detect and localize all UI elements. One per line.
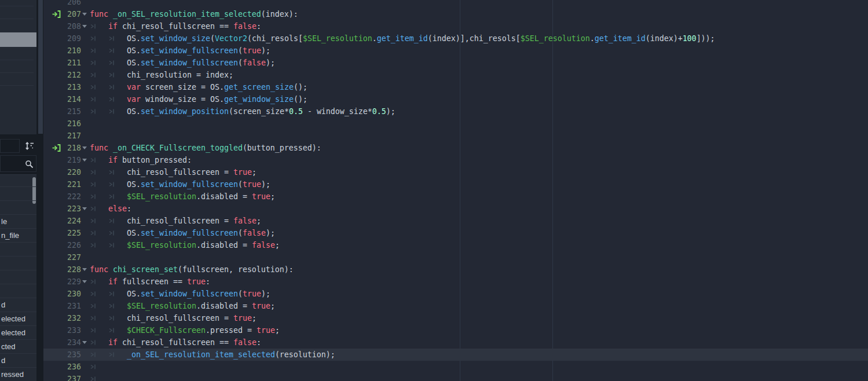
code-line-211[interactable]: 211OS.set_window_fullscreen(false); <box>43 57 868 69</box>
fold-arrow-icon[interactable] <box>82 146 87 149</box>
code-line-233[interactable]: 233$CHECK_Fullscreen.pressed = true; <box>43 324 868 336</box>
function-list-item[interactable]: d <box>0 353 36 367</box>
code-line-226[interactable]: 226$SEL_resolution.disabled = false; <box>43 239 868 251</box>
line-number[interactable]: 228 <box>58 263 81 276</box>
function-list-item[interactable]: le <box>0 214 36 228</box>
line-number[interactable]: 229 <box>58 276 81 288</box>
code-line-223[interactable]: 223else: <box>43 203 868 215</box>
line-number[interactable]: 227 <box>58 251 81 263</box>
code-line-221[interactable]: 221OS.set_window_fullscreen(true); <box>43 178 868 190</box>
line-number[interactable]: 237 <box>58 373 81 381</box>
function-list-item[interactable] <box>0 270 36 284</box>
line-number[interactable]: 219 <box>58 154 81 166</box>
code-line-219[interactable]: 219if button_pressed: <box>43 154 868 166</box>
code-line-224[interactable]: 224chi_resol_fullscreen = false; <box>43 215 868 227</box>
code-text: OS.set_window_fullscreen(true); <box>127 178 270 190</box>
code-line-207[interactable]: 207func _on_SEL_resolution_item_selected… <box>43 8 868 20</box>
line-number[interactable]: 235 <box>58 349 81 361</box>
line-number[interactable]: 213 <box>58 81 81 93</box>
fold-arrow-icon[interactable] <box>82 159 87 162</box>
code-line-220[interactable]: 220chi_resol_fullscreen = true; <box>43 166 868 178</box>
line-number[interactable]: 221 <box>58 178 81 190</box>
scripts-list-panel[interactable] <box>0 0 36 134</box>
line-number[interactable]: 218 <box>58 142 81 154</box>
function-list-item[interactable]: n_file <box>0 228 36 242</box>
line-number[interactable]: 217 <box>58 130 81 142</box>
code-text: OS.set_window_size(Vector2(chi_resols[$S… <box>127 32 715 45</box>
function-list-item[interactable] <box>0 256 36 270</box>
code-line-236[interactable]: 236 <box>43 361 868 373</box>
code-line-229[interactable]: 229if fullscreen == true: <box>43 276 868 288</box>
code-line-210[interactable]: 210OS.set_window_fullscreen(true); <box>43 45 868 57</box>
fold-arrow-icon[interactable] <box>82 13 87 16</box>
function-list-item[interactable]: elected <box>0 325 36 339</box>
code-line-212[interactable]: 212chi_resolution = index; <box>43 69 868 81</box>
code-line-206[interactable]: 206 <box>43 0 868 8</box>
code-line-209[interactable]: 209OS.set_window_size(Vector2(chi_resols… <box>43 32 868 45</box>
line-number[interactable]: 208 <box>58 20 81 32</box>
function-list-item[interactable] <box>0 284 36 298</box>
script-list-separator <box>0 85 34 86</box>
code-line-208[interactable]: 208if chi_resol_fullscreen == false: <box>43 20 868 32</box>
script-list-item-selected[interactable] <box>0 32 36 47</box>
fold-arrow-icon[interactable] <box>82 25 87 28</box>
function-list-item[interactable]: cted <box>0 339 36 353</box>
code-line-231[interactable]: 231$SEL_resolution.disabled = true; <box>43 300 868 312</box>
code-line-215[interactable]: 215OS.set_window_position(screen_size*0.… <box>43 105 868 118</box>
fold-arrow-icon[interactable] <box>82 280 87 283</box>
filter-scripts-input[interactable] <box>0 139 20 153</box>
line-number[interactable]: 222 <box>58 190 81 203</box>
code-line-214[interactable]: 214var window_size = OS.get_window_size(… <box>43 93 868 105</box>
function-list-item[interactable] <box>0 200 36 214</box>
function-list-item[interactable] <box>0 186 36 200</box>
sort-methods-button[interactable] <box>24 141 35 151</box>
line-number[interactable]: 209 <box>58 32 81 45</box>
fold-arrow-icon[interactable] <box>82 341 87 344</box>
tab-indent-marker <box>108 81 115 93</box>
line-number[interactable]: 210 <box>58 45 81 57</box>
line-number[interactable]: 207 <box>58 8 81 20</box>
line-number[interactable]: 223 <box>58 203 81 215</box>
line-number[interactable]: 236 <box>58 361 81 373</box>
code-line-225[interactable]: 225OS.set_window_fullscreen(false); <box>43 227 868 239</box>
line-number[interactable]: 216 <box>58 118 81 130</box>
line-number[interactable]: 230 <box>58 288 81 300</box>
scripts-list-scrollbar[interactable] <box>38 0 43 134</box>
function-list-item[interactable]: elected <box>0 312 36 325</box>
code-line-218[interactable]: 218func _on_CHECK_Fullscreen_toggled(but… <box>43 142 868 154</box>
code-line-222[interactable]: 222$SEL_resolution.disabled = true; <box>43 190 868 203</box>
function-list-item[interactable]: ressed <box>0 367 36 381</box>
line-number[interactable]: 233 <box>58 324 81 336</box>
line-number[interactable]: 225 <box>58 227 81 239</box>
code-line-235[interactable]: 235_on_SEL_resolution_item_selected(reso… <box>43 349 868 361</box>
functions-list-panel[interactable]: len_filedelectedelectedcteddressed <box>0 174 36 381</box>
code-line-216[interactable]: 216 <box>43 118 868 130</box>
line-number[interactable]: 231 <box>58 300 81 312</box>
line-number[interactable]: 226 <box>58 239 81 251</box>
line-number[interactable]: 234 <box>58 336 81 349</box>
code-editor[interactable]: 206207func _on_SEL_resolution_item_selec… <box>43 0 868 381</box>
code-line-232[interactable]: 232chi_resol_fullscreen = true; <box>43 312 868 324</box>
line-number[interactable]: 224 <box>58 215 81 227</box>
tab-indent-marker <box>90 288 97 300</box>
line-number[interactable]: 215 <box>58 105 81 118</box>
code-line-213[interactable]: 213var screen_size = OS.get_screen_size(… <box>43 81 868 93</box>
tab-indent-marker <box>90 178 97 190</box>
fold-arrow-icon[interactable] <box>82 268 87 271</box>
fold-arrow-icon[interactable] <box>82 207 87 210</box>
code-line-228[interactable]: 228func chi_screen_set(fullscreen, resol… <box>43 263 868 276</box>
code-line-234[interactable]: 234if chi_resol_fullscreen == false: <box>43 336 868 349</box>
code-line-237[interactable]: 237 <box>43 373 868 381</box>
line-number[interactable]: 212 <box>58 69 81 81</box>
line-number[interactable]: 211 <box>58 57 81 69</box>
code-line-217[interactable]: 217 <box>43 130 868 142</box>
function-list-item[interactable] <box>0 242 36 256</box>
code-line-227[interactable]: 227 <box>43 251 868 263</box>
line-number[interactable]: 232 <box>58 312 81 324</box>
function-list-item[interactable]: d <box>0 298 36 312</box>
line-number[interactable]: 214 <box>58 93 81 105</box>
code-line-230[interactable]: 230OS.set_window_fullscreen(true); <box>43 288 868 300</box>
line-number[interactable]: 206 <box>58 0 81 8</box>
line-number[interactable]: 220 <box>58 166 81 178</box>
filter-functions-input[interactable] <box>0 155 36 172</box>
